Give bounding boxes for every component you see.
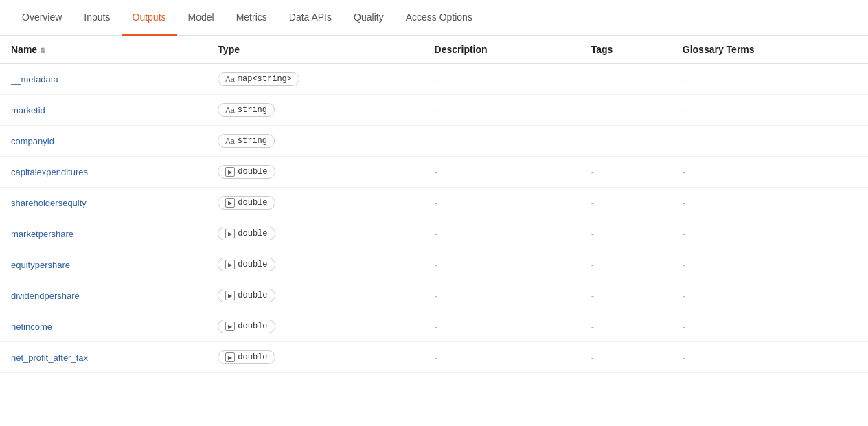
cell-glossary: - xyxy=(672,249,868,280)
cell-name[interactable]: shareholdersequity xyxy=(0,188,207,218)
cell-tags: - xyxy=(580,249,672,280)
type-badge-icon: ▶ xyxy=(225,167,235,177)
cell-type: ▶double xyxy=(207,249,423,280)
cell-description: - xyxy=(424,342,580,373)
nav-item-model[interactable]: Model xyxy=(177,0,225,36)
cell-description: - xyxy=(424,188,580,218)
type-badge-label: double xyxy=(238,167,267,177)
cell-type: ▶double xyxy=(207,311,423,342)
type-badge-label: double xyxy=(238,291,267,300)
type-badge-label: double xyxy=(238,322,267,331)
cell-type: ▶double xyxy=(207,342,423,373)
cell-glossary: - xyxy=(672,188,868,218)
nav-item-metrics[interactable]: Metrics xyxy=(225,0,278,36)
table-row: capitalexpenditures▶double--- xyxy=(0,157,868,188)
cell-glossary: - xyxy=(672,157,868,188)
type-badge: ▶double xyxy=(218,350,275,364)
cell-description: - xyxy=(424,218,580,249)
cell-description: - xyxy=(424,95,580,126)
type-badge-icon: ▶ xyxy=(225,260,235,269)
col-header-type: Type xyxy=(207,36,423,64)
type-badge-label: string xyxy=(238,136,267,146)
cell-tags: - xyxy=(580,95,672,126)
type-badge-icon: ▶ xyxy=(225,229,235,238)
cell-name[interactable]: net_profit_after_tax xyxy=(0,342,207,373)
cell-type: Aastring xyxy=(207,126,423,157)
table-row: marketidAastring--- xyxy=(0,95,868,126)
type-badge-label: double xyxy=(238,352,267,362)
cell-tags: - xyxy=(580,126,672,157)
type-badge: Aastring xyxy=(218,134,275,148)
col-header-tags: Tags xyxy=(580,36,672,64)
cell-description: - xyxy=(424,126,580,157)
table-row: net_profit_after_tax▶double--- xyxy=(0,342,868,373)
type-badge: ▶double xyxy=(218,227,275,240)
cell-description: - xyxy=(424,311,580,342)
cell-tags: - xyxy=(580,64,672,95)
table-row: netincome▶double--- xyxy=(0,311,868,342)
cell-tags: - xyxy=(580,218,672,249)
type-badge-label: double xyxy=(238,260,267,269)
table-header-row: Name⇅TypeDescriptionTagsGlossary Terms xyxy=(0,36,868,64)
main-content: Name⇅TypeDescriptionTagsGlossary Terms _… xyxy=(0,36,868,373)
cell-name[interactable]: companyid xyxy=(0,126,207,157)
type-badge-icon: ▶ xyxy=(225,291,235,300)
nav-item-outputs[interactable]: Outputs xyxy=(122,0,177,36)
cell-name[interactable]: dividendpershare xyxy=(0,280,207,311)
cell-description: - xyxy=(424,280,580,311)
cell-name[interactable]: marketid xyxy=(0,95,207,126)
nav-item-access-options[interactable]: Access Options xyxy=(395,0,483,36)
type-badge-label: map<string> xyxy=(238,74,292,84)
type-badge: ▶double xyxy=(218,289,275,302)
sort-icon: ⇅ xyxy=(40,47,45,54)
type-badge-icon: Aa xyxy=(225,75,234,83)
table-row: companyidAastring--- xyxy=(0,126,868,157)
cell-type: ▶double xyxy=(207,280,423,311)
col-header-glossary: Glossary Terms xyxy=(672,36,868,64)
cell-type: ▶double xyxy=(207,218,423,249)
type-badge: ▶double xyxy=(218,320,275,333)
cell-type: ▶double xyxy=(207,157,423,188)
nav-item-inputs[interactable]: Inputs xyxy=(73,0,121,36)
cell-name[interactable]: marketpershare xyxy=(0,218,207,249)
cell-description: - xyxy=(424,249,580,280)
cell-glossary: - xyxy=(672,218,868,249)
type-badge-icon: Aa xyxy=(225,106,234,114)
nav-item-data-apis[interactable]: Data APIs xyxy=(278,0,343,36)
nav-item-quality[interactable]: Quality xyxy=(343,0,395,36)
table-row: shareholdersequity▶double--- xyxy=(0,188,868,218)
cell-glossary: - xyxy=(672,280,868,311)
col-header-description: Description xyxy=(424,36,580,64)
cell-glossary: - xyxy=(672,126,868,157)
cell-tags: - xyxy=(580,311,672,342)
nav-item-overview[interactable]: Overview xyxy=(11,0,73,36)
table-row: __metadataAamap<string>--- xyxy=(0,64,868,95)
table-row: equitypershare▶double--- xyxy=(0,249,868,280)
cell-tags: - xyxy=(580,188,672,218)
type-badge: ▶double xyxy=(218,165,275,179)
type-badge: Aastring xyxy=(218,103,275,117)
type-badge-icon: ▶ xyxy=(225,352,235,362)
cell-name[interactable]: netincome xyxy=(0,311,207,342)
table-row: dividendpershare▶double--- xyxy=(0,280,868,311)
col-header-name[interactable]: Name⇅ xyxy=(0,36,207,64)
type-badge-icon: ▶ xyxy=(225,198,235,208)
cell-tags: - xyxy=(580,157,672,188)
cell-glossary: - xyxy=(672,95,868,126)
cell-glossary: - xyxy=(672,311,868,342)
cell-name[interactable]: capitalexpenditures xyxy=(0,157,207,188)
cell-glossary: - xyxy=(672,64,868,95)
cell-tags: - xyxy=(580,280,672,311)
nav-bar: OverviewInputsOutputsModelMetricsData AP… xyxy=(0,0,868,36)
type-badge: Aamap<string> xyxy=(218,72,299,86)
cell-name[interactable]: __metadata xyxy=(0,64,207,95)
cell-description: - xyxy=(424,64,580,95)
table-row: marketpershare▶double--- xyxy=(0,218,868,249)
cell-glossary: - xyxy=(672,342,868,373)
cell-name[interactable]: equitypershare xyxy=(0,249,207,280)
outputs-table: Name⇅TypeDescriptionTagsGlossary Terms _… xyxy=(0,36,868,373)
type-badge-label: string xyxy=(238,105,267,115)
type-badge: ▶double xyxy=(218,196,275,210)
type-badge: ▶double xyxy=(218,258,275,271)
type-badge-icon: ▶ xyxy=(225,322,235,331)
